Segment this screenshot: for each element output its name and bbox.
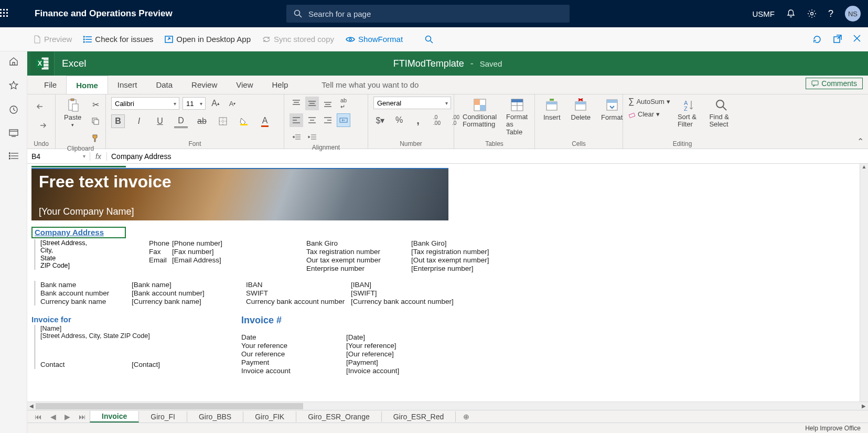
name-box[interactable]: B4▾ <box>27 152 90 161</box>
tab-view[interactable]: View <box>227 76 262 94</box>
modules-icon[interactable] <box>9 152 18 160</box>
sheet-nav-next-icon[interactable]: ▶ <box>60 413 74 421</box>
align-right-icon[interactable] <box>321 113 335 127</box>
comma-icon[interactable]: , <box>411 113 425 127</box>
company-address-header[interactable]: Company Address <box>31 227 126 238</box>
delete-cells-button[interactable]: Delete <box>568 97 594 122</box>
strike-icon[interactable]: ab <box>195 114 209 128</box>
close-icon[interactable] <box>853 35 861 44</box>
redo-icon[interactable] <box>35 119 48 132</box>
check-issues-button[interactable]: Check for issues <box>83 35 153 44</box>
refresh-icon[interactable] <box>812 35 822 44</box>
tab-data[interactable]: Data <box>146 76 182 94</box>
clock-icon[interactable] <box>9 105 18 114</box>
sheet-tab-giro-bbs[interactable]: Giro_BBS <box>187 411 243 422</box>
sheet-tab-giro-esr-red[interactable]: Giro_ESR_Red <box>381 411 456 422</box>
align-center-icon[interactable] <box>305 113 319 127</box>
collapse-ribbon-icon[interactable]: ⌃ <box>857 136 864 146</box>
company-code[interactable]: USMF <box>752 9 775 18</box>
insert-cells-button[interactable]: Insert <box>540 97 564 122</box>
add-sheet-icon[interactable]: ⊕ <box>456 413 477 421</box>
shrink-font-icon[interactable]: A▾ <box>226 97 239 110</box>
align-bottom-icon[interactable] <box>321 97 335 110</box>
sheet-tab-invoice[interactable]: Invoice <box>90 411 139 423</box>
underline-icon[interactable]: U <box>153 114 167 128</box>
align-top-icon[interactable] <box>290 97 303 110</box>
tab-insert[interactable]: Insert <box>108 76 147 94</box>
paste-icon <box>66 98 80 112</box>
popout-icon[interactable] <box>833 35 842 44</box>
preview-button[interactable]: Preview <box>34 35 72 44</box>
sheet-tab-giro-fik[interactable]: Giro_FIK <box>243 411 296 422</box>
undo-icon[interactable] <box>35 100 48 113</box>
sheet-tab-giro-esr-orange[interactable]: Giro_ESR_Orange <box>296 411 382 422</box>
home-icon[interactable] <box>9 57 18 66</box>
font-size-select[interactable]: 11 <box>183 97 206 110</box>
horizontal-scrollbar[interactable]: ◀▶ <box>27 402 868 410</box>
increase-indent-icon[interactable] <box>305 130 319 144</box>
double-underline-icon[interactable]: D <box>174 114 188 128</box>
conditional-formatting-button[interactable]: Conditional Formatting <box>459 97 500 130</box>
bankname-value: [Bank name] <box>132 281 246 289</box>
tab-review[interactable]: Review <box>182 76 227 94</box>
format-cells-button[interactable]: Format <box>598 97 626 122</box>
autosum-button[interactable]: ∑AutoSum ▾ <box>628 97 670 106</box>
help-icon[interactable]: ? <box>828 8 833 19</box>
preview-label: Preview <box>44 35 72 44</box>
ent-value: [Enterprise number] <box>411 265 563 272</box>
tab-file[interactable]: File <box>35 76 66 94</box>
increase-decimal-icon[interactable]: .0.00 <box>430 113 444 127</box>
align-left-icon[interactable] <box>290 113 303 127</box>
paste-button[interactable]: Paste▾ <box>61 97 84 129</box>
vertical-scrollbar[interactable]: ▲ <box>860 164 868 402</box>
bell-icon[interactable] <box>786 9 796 18</box>
open-desktop-button[interactable]: Open in Desktop App <box>165 35 251 44</box>
borders-icon[interactable] <box>216 114 230 128</box>
sheet-tab-giro-fi[interactable]: Giro_FI <box>138 411 187 422</box>
number-format-select[interactable]: General <box>373 97 451 109</box>
workspace-icon[interactable] <box>9 129 18 138</box>
svg-rect-4 <box>3 12 5 14</box>
clear-label: Clear <box>638 110 654 118</box>
tab-help[interactable]: Help <box>263 76 298 94</box>
find-select-button[interactable]: Find & Select <box>706 97 736 130</box>
currency-icon[interactable]: $▾ <box>373 113 387 127</box>
cut-icon[interactable]: ✂ <box>89 98 102 111</box>
clear-button[interactable]: Clear ▾ <box>628 110 670 118</box>
align-middle-icon[interactable] <box>305 97 319 110</box>
status-text[interactable]: Help Improve Office <box>805 425 861 432</box>
copy-icon[interactable] <box>89 114 102 128</box>
fill-color-icon[interactable] <box>237 114 251 128</box>
delete-icon <box>573 98 588 112</box>
percent-icon[interactable]: % <box>392 113 406 127</box>
avatar[interactable]: NS <box>845 6 861 22</box>
global-search[interactable]: Search for a page <box>286 5 570 23</box>
sheet-nav-first-icon[interactable]: ⏮ <box>30 413 46 421</box>
bankgiro-value: [Bank Giro] <box>411 239 563 247</box>
sort-filter-button[interactable]: AZSort & Filter <box>674 97 702 130</box>
star-icon[interactable] <box>9 81 18 90</box>
fx-icon[interactable]: fx <box>90 152 107 161</box>
yourref-label: Your reference <box>241 342 346 350</box>
italic-icon[interactable]: I <box>132 114 146 128</box>
wrap-text-icon[interactable]: ab↵ <box>337 97 350 110</box>
sheet-nav-last-icon[interactable]: ⏭ <box>74 413 90 421</box>
font-name-select[interactable]: Calibri <box>111 97 179 110</box>
tell-me-box[interactable]: Tell me what you want to do <box>312 76 428 94</box>
tab-home[interactable]: Home <box>66 76 108 94</box>
format-painter-icon[interactable] <box>89 131 102 145</box>
sheet-nav-prev-icon[interactable]: ◀ <box>46 413 60 421</box>
formula-content[interactable]: Company Address <box>107 152 175 161</box>
comments-button[interactable]: Comments <box>806 78 863 89</box>
grow-font-icon[interactable]: A▴ <box>209 97 222 110</box>
gear-icon[interactable] <box>807 9 817 18</box>
bold-icon[interactable]: B <box>111 114 125 128</box>
search-button[interactable] <box>425 35 433 44</box>
format-as-table-button[interactable]: Format as Table <box>503 97 531 137</box>
font-color-icon[interactable]: A <box>258 114 272 128</box>
svg-rect-54 <box>240 124 248 125</box>
show-format-button[interactable]: ShowFormat <box>346 35 403 44</box>
decrease-indent-icon[interactable] <box>290 130 303 144</box>
app-launcher-icon[interactable] <box>0 9 27 18</box>
merge-icon[interactable] <box>337 113 350 127</box>
